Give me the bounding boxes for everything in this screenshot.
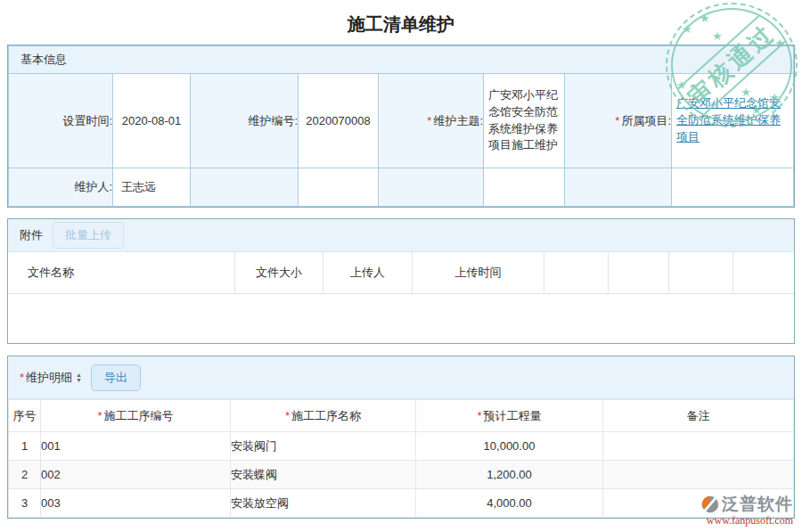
- required-asterisk: *: [97, 409, 102, 422]
- topic-label: *维护主题:: [379, 74, 484, 168]
- attach-col-filename: 文件名称: [8, 252, 235, 293]
- row-no: 3: [9, 489, 41, 518]
- project-label: *所属项目:: [565, 74, 672, 168]
- row-code: 001: [41, 432, 231, 461]
- empty-value-cell: [299, 168, 379, 207]
- vendor-logo: 泛普软件 www.fanpusoft.com: [700, 493, 793, 528]
- required-asterisk: *: [477, 409, 481, 422]
- attachments-table-header: 文件名称 文件大小 上传人 上传时间: [8, 252, 794, 294]
- attachments-header-bar: 附件 批量上传: [8, 219, 794, 252]
- attachments-section-title: 附件: [20, 227, 43, 243]
- vendor-website[interactable]: www.fanpusoft.com: [700, 514, 793, 528]
- maintain-detail-section-title: 维护明细: [26, 370, 72, 386]
- topic-value: 广安邓小平纪念馆安全防范系统维护保养项目施工维护: [484, 74, 565, 168]
- attachments-empty-body: [8, 294, 794, 343]
- maintain-detail-section: * 维护明细 ▲ ▼ 导出 序号 *施工工序编号 *施工工序名称 *预计工程量 …: [7, 356, 795, 519]
- maintainer-label: 维护人:: [9, 168, 113, 207]
- attach-col-empty: [609, 252, 669, 293]
- detail-col-no: 序号: [9, 400, 41, 432]
- attach-col-uploadtime: 上传时间: [413, 252, 544, 293]
- empty-label-cell: [191, 168, 299, 207]
- required-asterisk: *: [615, 114, 619, 127]
- fanpu-logo-icon: [700, 495, 720, 514]
- maintain-detail-table: 序号 *施工工序编号 *施工工序名称 *预计工程量 备注 1 001 安装阀门 …: [8, 399, 794, 518]
- row-quantity: 4,000.00: [416, 489, 603, 518]
- row-no: 2: [9, 461, 41, 489]
- detail-col-remark: 备注: [603, 400, 794, 432]
- attach-col-filesize: 文件大小: [235, 252, 323, 293]
- attach-col-empty: [733, 252, 794, 293]
- required-asterisk: *: [20, 371, 24, 384]
- page-title: 施工清单维护: [0, 0, 802, 45]
- attach-col-uploader: 上传人: [323, 252, 413, 293]
- row-name: 安装放空阀: [231, 489, 416, 518]
- row-code: 002: [41, 461, 231, 489]
- detail-col-quantity: *预计工程量: [416, 400, 603, 432]
- empty-value-cell: [672, 168, 794, 207]
- maintain-no-value: 2020070008: [299, 74, 379, 168]
- empty-label-cell: [379, 168, 484, 207]
- empty-label-cell: [565, 168, 672, 207]
- table-row: 3 003 安装放空阀 4,000.00: [9, 489, 794, 518]
- row-remark: [603, 461, 794, 489]
- attach-col-empty: [544, 252, 609, 293]
- detail-col-code: *施工工序编号: [41, 400, 231, 432]
- basic-info-table: 基本信息 设置时间: 2020-08-01 维护编号: 2020070008 *…: [8, 45, 794, 207]
- row-remark: [603, 432, 794, 461]
- row-code: 003: [41, 489, 231, 518]
- project-link[interactable]: 广安邓小平纪念馆安全防范系统维护保养项目: [676, 96, 781, 143]
- set-time-label: 设置时间:: [9, 74, 113, 168]
- row-quantity: 1,200.00: [416, 461, 603, 489]
- detail-col-name: *施工工序名称: [231, 400, 416, 432]
- table-row: 1 001 安装阀门 10,000.00: [9, 432, 794, 461]
- row-quantity: 10,000.00: [416, 432, 603, 461]
- batch-upload-button[interactable]: 批量上传: [53, 222, 124, 249]
- required-asterisk: *: [285, 409, 290, 422]
- export-button[interactable]: 导出: [91, 364, 141, 391]
- attachments-section: 附件 批量上传 文件名称 文件大小 上传人 上传时间: [7, 218, 795, 344]
- basic-info-section: 基本信息 设置时间: 2020-08-01 维护编号: 2020070008 *…: [7, 45, 795, 208]
- set-time-value: 2020-08-01: [113, 74, 191, 168]
- maintain-no-label: 维护编号:: [191, 74, 299, 168]
- project-value-cell: 广安邓小平纪念馆安全防范系统维护保养项目: [672, 74, 794, 168]
- sort-arrows-icon[interactable]: ▲ ▼: [76, 372, 82, 383]
- maintain-detail-header-bar: * 维护明细 ▲ ▼ 导出: [8, 356, 794, 399]
- attach-col-empty: [669, 252, 733, 293]
- required-asterisk: *: [427, 114, 431, 127]
- basic-info-section-title: 基本信息: [9, 46, 794, 74]
- table-row: 2 002 安装蝶阀 1,200.00: [9, 461, 794, 489]
- row-name: 安装蝶阀: [231, 461, 416, 489]
- vendor-brand-name: 泛普软件: [722, 493, 793, 516]
- row-name: 安装阀门: [231, 432, 416, 461]
- empty-value-cell: [484, 168, 565, 207]
- maintainer-value: 王志远: [113, 168, 191, 207]
- row-no: 1: [9, 432, 41, 461]
